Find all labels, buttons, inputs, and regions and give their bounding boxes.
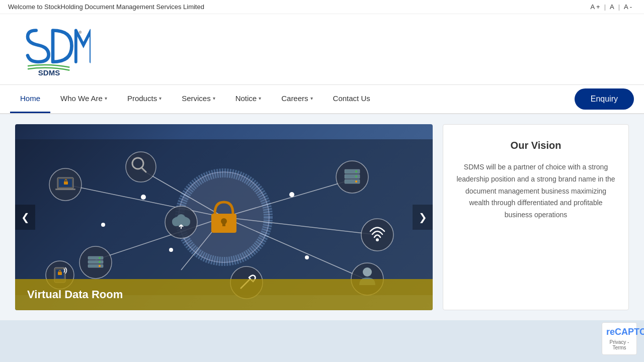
svg-point-43: [363, 267, 372, 277]
svg-rect-17: [55, 189, 75, 190]
svg-point-56: [169, 248, 173, 252]
nav-bar: Home Who We Are ▾ Products ▾ Services ▾ …: [0, 85, 644, 114]
font-increase-button[interactable]: A +: [586, 2, 604, 12]
nav-notice[interactable]: Notice ▾: [225, 85, 272, 113]
top-bar: Welcome to StockHolding Document Managem…: [0, 0, 644, 14]
svg-point-50: [99, 265, 101, 267]
header: SDMS ®: [0, 14, 644, 85]
svg-point-38: [355, 180, 357, 183]
font-controls: A + | A | A -: [586, 2, 636, 12]
svg-point-37: [355, 175, 357, 177]
logo-area[interactable]: SDMS ®: [15, 19, 91, 79]
svg-point-36: [355, 170, 357, 172]
nav-items: Home Who We Are ▾ Products ▾ Services ▾ …: [10, 85, 565, 113]
svg-point-57: [305, 255, 309, 259]
nav-products[interactable]: Products ▾: [117, 85, 172, 113]
svg-rect-33: [345, 169, 360, 173]
slider-container: Virtual Data Room ❮ ❯: [15, 124, 433, 310]
recaptcha-badge: reCAPTCHA Privacy - Terms: [602, 322, 637, 355]
svg-point-49: [99, 261, 101, 263]
vision-title: Our Vision: [455, 140, 616, 151]
welcome-text: Welcome to StockHolding Document Managem…: [8, 3, 204, 11]
svg-rect-55: [58, 272, 62, 275]
font-normal-button[interactable]: A: [606, 2, 618, 12]
svg-rect-47: [88, 264, 103, 267]
svg-rect-35: [345, 179, 360, 184]
slider-next-button[interactable]: ❯: [413, 205, 433, 230]
enquiry-button[interactable]: Enquiry: [575, 88, 634, 110]
vision-box: Our Vision SDMS will be a partner of cho…: [443, 124, 629, 310]
svg-point-48: [99, 257, 101, 259]
nav-who-we-are[interactable]: Who We Are ▾: [50, 85, 117, 113]
sdms-logo: SDMS ®: [15, 19, 91, 79]
svg-point-20: [141, 195, 146, 200]
svg-point-28: [177, 214, 186, 223]
notice-chevron: ▾: [259, 96, 261, 101]
careers-chevron: ▾: [310, 96, 313, 101]
svg-point-41: [289, 192, 294, 197]
font-decrease-button[interactable]: A -: [620, 2, 636, 12]
svg-point-40: [376, 238, 379, 241]
main-content: Virtual Data Room ❮ ❯ Our Vision SDMS wi…: [0, 114, 644, 320]
svg-text:®: ®: [79, 30, 82, 35]
nav-services[interactable]: Services ▾: [172, 85, 225, 113]
svg-rect-34: [345, 174, 360, 178]
who-we-are-chevron: ▾: [105, 96, 107, 101]
slider-prev-button[interactable]: ❮: [15, 205, 35, 230]
svg-rect-19: [64, 182, 68, 185]
svg-rect-46: [88, 260, 103, 263]
nav-contact-us[interactable]: Contact Us: [323, 85, 380, 113]
svg-point-58: [101, 223, 105, 227]
slider-caption: Virtual Data Room: [15, 279, 433, 310]
nav-careers[interactable]: Careers ▾: [271, 85, 323, 113]
svg-rect-45: [88, 256, 103, 259]
bottom-strip: [0, 320, 644, 362]
svg-point-21: [126, 152, 156, 182]
svg-rect-14: [222, 221, 225, 226]
services-chevron: ▾: [213, 96, 215, 101]
products-chevron: ▾: [159, 96, 162, 101]
slider-image: Virtual Data Room ❮ ❯: [15, 124, 433, 310]
svg-text:SDMS: SDMS: [38, 69, 60, 77]
vision-text: SDMS will be a partner of choice with a …: [455, 161, 616, 221]
nav-home[interactable]: Home: [10, 85, 50, 113]
